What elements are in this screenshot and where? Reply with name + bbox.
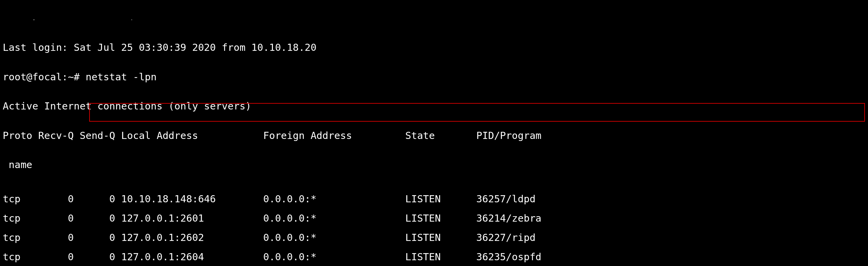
terminal-window[interactable]: System restart required Last login: Sat … — [0, 0, 868, 266]
netstat-rows: tcp 0 0 10.10.18.148:646 0.0.0.0:* LISTE… — [3, 189, 865, 266]
netstat-row: tcp 0 0 127.0.0.1:2601 0.0.0.0:* LISTEN … — [3, 209, 865, 228]
netstat-row: tcp 0 0 127.0.0.1:2602 0.0.0.0:* LISTEN … — [3, 228, 865, 247]
last-login-line: Last login: Sat Jul 25 03:30:39 2020 fro… — [3, 43, 865, 53]
columns-header-line2: name — [3, 160, 865, 170]
netstat-row: tcp 0 0 127.0.0.1:2604 0.0.0.0:* LISTEN … — [3, 247, 865, 266]
active-connections-header: Active Internet connections (only server… — [3, 101, 865, 111]
prompt-line[interactable]: root@focal:~# netstat -lpn — [3, 72, 865, 82]
partial-line: System restart required — [3, 20, 865, 23]
netstat-row: tcp 0 0 10.10.18.148:646 0.0.0.0:* LISTE… — [3, 189, 865, 209]
command-text: netstat -lpn — [85, 71, 157, 83]
columns-header-line1: Proto Recv-Q Send-Q Local Address Foreig… — [3, 131, 865, 141]
shell-prompt: root@focal:~# — [3, 71, 85, 83]
